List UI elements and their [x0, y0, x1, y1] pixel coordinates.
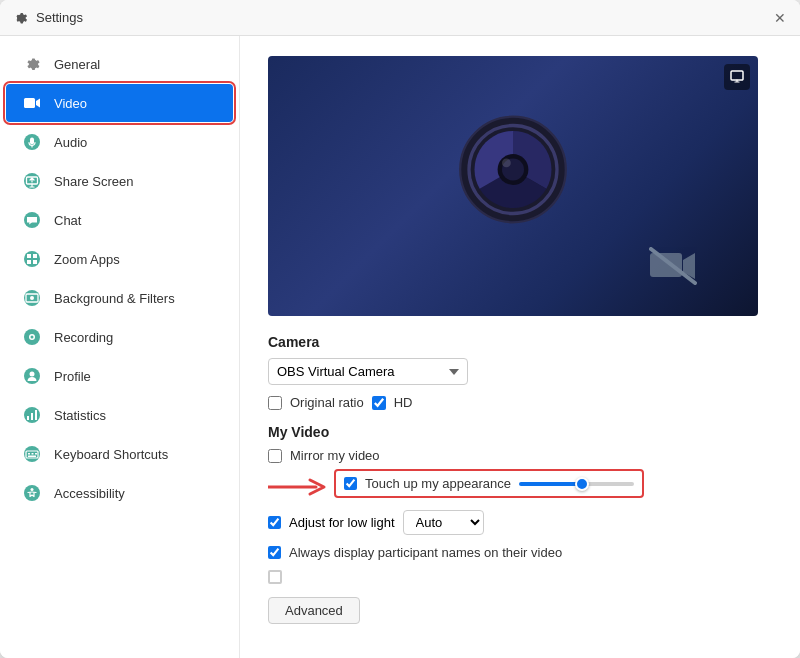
- sidebar-item-audio[interactable]: Audio: [6, 123, 233, 161]
- svg-rect-16: [27, 416, 29, 420]
- svg-rect-21: [28, 453, 30, 455]
- camera-select[interactable]: OBS Virtual Camera: [268, 358, 468, 385]
- hd-label: HD: [394, 395, 413, 410]
- touch-up-label: Touch up my appearance: [365, 476, 511, 491]
- sidebar-item-chat[interactable]: Chat: [6, 201, 233, 239]
- svg-point-9: [30, 296, 34, 300]
- keyboard-shortcuts-icon: [22, 444, 42, 464]
- sidebar-item-accessibility[interactable]: Accessibility: [6, 474, 233, 512]
- svg-rect-34: [731, 71, 743, 80]
- main-content: General Video: [0, 36, 800, 658]
- camera-section: Camera OBS Virtual Camera Original ratio…: [268, 334, 772, 410]
- hd-checkbox[interactable]: [372, 396, 386, 410]
- sidebar-item-label-video: Video: [54, 96, 87, 111]
- monitor-icon: [724, 64, 750, 90]
- settings-icon: [12, 10, 28, 26]
- sidebar-item-share-screen[interactable]: Share Screen: [6, 162, 233, 200]
- share-screen-icon: [22, 171, 42, 191]
- svg-point-14: [30, 372, 35, 377]
- profile-icon: [22, 366, 42, 386]
- sidebar-item-label-chat: Chat: [54, 213, 81, 228]
- svg-rect-0: [24, 98, 35, 108]
- original-ratio-checkbox[interactable]: [268, 396, 282, 410]
- no-camera-off-icon: [648, 246, 698, 286]
- sidebar-item-label-recording: Recording: [54, 330, 113, 345]
- sidebar-item-label-zoom-apps: Zoom Apps: [54, 252, 120, 267]
- svg-point-25: [24, 485, 40, 501]
- partial-checkbox-indicator: [268, 570, 282, 584]
- recording-icon: [22, 327, 42, 347]
- always-display-row: Always display participant names on thei…: [268, 545, 772, 560]
- audio-icon: [22, 132, 42, 152]
- svg-point-6: [24, 251, 40, 267]
- titlebar-title: Settings: [36, 10, 83, 25]
- advanced-button[interactable]: Advanced: [268, 597, 360, 624]
- sidebar-item-video[interactable]: Video: [6, 84, 233, 122]
- gear-icon: [22, 54, 42, 74]
- statistics-icon: [22, 405, 42, 425]
- zoom-apps-icon: [22, 249, 42, 269]
- sidebar-item-profile[interactable]: Profile: [6, 357, 233, 395]
- always-display-label: Always display participant names on thei…: [289, 545, 562, 560]
- touch-up-container: Touch up my appearance: [268, 469, 772, 504]
- close-button[interactable]: ✕: [772, 10, 788, 26]
- sidebar-item-background-filters[interactable]: Background & Filters: [6, 279, 233, 317]
- sidebar-item-statistics[interactable]: Statistics: [6, 396, 233, 434]
- sidebar-item-label-audio: Audio: [54, 135, 87, 150]
- background-filters-icon: [22, 288, 42, 308]
- sidebar-item-zoom-apps[interactable]: Zoom Apps: [6, 240, 233, 278]
- video-preview: [268, 56, 758, 316]
- svg-rect-17: [31, 413, 33, 420]
- mirror-label: Mirror my video: [290, 448, 380, 463]
- settings-window: Settings ✕ General: [0, 0, 800, 658]
- obs-logo: [458, 115, 568, 225]
- sidebar-item-label-accessibility: Accessibility: [54, 486, 125, 501]
- original-ratio-label: Original ratio: [290, 395, 364, 410]
- accessibility-icon: [22, 483, 42, 503]
- sidebar-item-general[interactable]: General: [6, 45, 233, 83]
- adjust-row: Adjust for low light Auto Manual Off: [268, 510, 772, 535]
- sidebar-item-label-share-screen: Share Screen: [54, 174, 134, 189]
- titlebar-left: Settings: [12, 10, 83, 26]
- video-icon: [22, 93, 42, 113]
- camera-section-label: Camera: [268, 334, 772, 350]
- partial-row: [268, 570, 772, 587]
- touch-up-slider-thumb[interactable]: [575, 477, 589, 491]
- svg-rect-32: [650, 253, 682, 277]
- sidebar-item-keyboard-shortcuts[interactable]: Keyboard Shortcuts: [6, 435, 233, 473]
- red-arrow-icon: [268, 475, 328, 499]
- sidebar-item-label-profile: Profile: [54, 369, 91, 384]
- my-video-section: My Video Mirror my video Touch up my app…: [268, 424, 772, 624]
- titlebar: Settings ✕: [0, 0, 800, 36]
- adjust-checkbox[interactable]: [268, 516, 281, 529]
- svg-rect-18: [35, 410, 37, 420]
- svg-rect-23: [35, 453, 37, 455]
- touch-up-checkbox[interactable]: [344, 477, 357, 490]
- mirror-checkbox[interactable]: [268, 449, 282, 463]
- adjust-select[interactable]: Auto Manual Off: [403, 510, 484, 535]
- sidebar-item-label-bg-filters: Background & Filters: [54, 291, 175, 306]
- svg-point-26: [31, 488, 34, 491]
- chat-icon: [22, 210, 42, 230]
- adjust-label: Adjust for low light: [289, 515, 395, 530]
- svg-point-12: [31, 336, 34, 339]
- sidebar-item-label-keyboard-shortcuts: Keyboard Shortcuts: [54, 447, 168, 462]
- camera-select-row: OBS Virtual Camera: [268, 358, 772, 385]
- my-video-label: My Video: [268, 424, 772, 440]
- sidebar-item-label-general: General: [54, 57, 100, 72]
- touch-up-slider-track[interactable]: [519, 482, 634, 486]
- svg-rect-22: [32, 453, 34, 455]
- original-ratio-row: Original ratio HD: [268, 395, 772, 410]
- video-settings-panel: Camera OBS Virtual Camera Original ratio…: [240, 36, 800, 658]
- always-display-checkbox[interactable]: [268, 546, 281, 559]
- svg-point-31: [502, 159, 511, 168]
- svg-rect-24: [28, 456, 36, 458]
- touch-up-row: Touch up my appearance: [334, 469, 644, 498]
- mirror-row: Mirror my video: [268, 448, 772, 463]
- sidebar: General Video: [0, 36, 240, 658]
- sidebar-item-recording[interactable]: Recording: [6, 318, 233, 356]
- sidebar-item-label-statistics: Statistics: [54, 408, 106, 423]
